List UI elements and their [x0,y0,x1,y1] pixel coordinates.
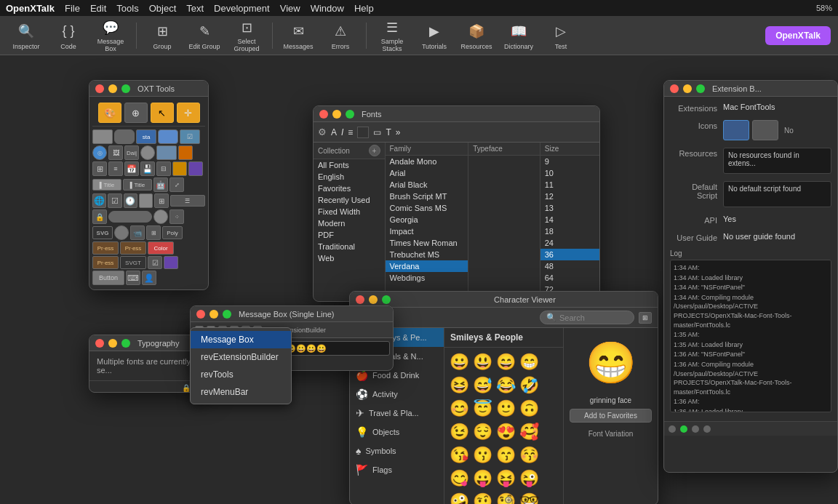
emoji-cell-25[interactable]: 🤨 [471,490,494,504]
tool-rect[interactable] [92,129,113,144]
size-10[interactable]: 10 [540,167,599,179]
tool-color[interactable]: Color [148,241,174,255]
char-category-objects[interactable]: 💡 Objects [350,423,444,441]
emoji-cell-5[interactable]: 😅 [471,374,494,397]
emoji-cell-23[interactable]: 😜 [517,467,540,490]
tool-svg[interactable]: SVG [92,226,113,239]
emoji-cell-1[interactable]: 😃 [471,351,494,374]
close-button[interactable] [95,84,104,93]
collection-recently-used[interactable]: Recently Used [314,194,385,206]
tool-video[interactable]: 📹 [130,225,145,240]
tool-orange2[interactable] [172,161,187,176]
fonts-italic-icon[interactable]: I [341,127,343,137]
family-verdana[interactable]: Verdana [386,260,468,272]
emoji-cell-10[interactable]: 🙂 [494,397,517,420]
family-trebuchet[interactable]: Trebuchet MS [386,249,468,260]
menu-text[interactable]: Text [186,3,204,14]
tool-button2[interactable]: Button [92,271,124,285]
tool-disk[interactable]: 💾 [140,161,155,176]
fonts-collection-list[interactable]: All Fonts English Favorites Recently Use… [314,159,385,301]
tool-title-bar[interactable]: ▌Title [92,179,121,191]
emoji-cell-6[interactable]: 😂 [494,374,517,397]
typography-minimize[interactable] [108,339,117,348]
char-maximize[interactable] [382,295,391,304]
toolbar-messages[interactable]: ✉ Messages [279,19,317,52]
toolbar-errors[interactable]: ⚠ Errors [322,19,359,52]
toolbar-dictionary[interactable]: 📖 Dictionary [500,19,538,52]
size-14[interactable]: 14 [540,214,599,225]
emoji-cell-16[interactable]: 😘 [447,444,471,467]
family-comic[interactable]: Comic Sans MS [386,202,468,214]
emoji-cell-15[interactable]: 🥰 [517,420,540,444]
tool-keyboard[interactable]: ⌨ [126,271,140,285]
ext-icon-box-2[interactable] [752,120,778,140]
fonts-bg-icon[interactable]: ▭ [373,127,381,137]
toolbar-code[interactable]: { } Code [49,19,87,52]
menu-file[interactable]: File [65,3,80,14]
msgbox-close[interactable] [196,310,205,319]
fonts-typeface-list[interactable] [468,156,540,300]
tool-field[interactable]: Dai| [124,145,139,160]
menu-help[interactable]: Help [354,3,374,14]
tool-oval2[interactable] [114,225,129,240]
size-9[interactable]: 9 [540,156,599,167]
family-arial[interactable]: Arial [386,167,468,179]
toolbar-test[interactable]: ▷ Test [542,19,580,52]
char-category-flags[interactable]: 🚩 Flags [350,460,444,479]
tool-line[interactable] [108,211,152,223]
fonts-format-icon[interactable]: A [331,127,337,137]
char-minimize[interactable] [369,295,378,304]
tool-title2[interactable]: ▌Title [123,179,152,191]
tool-purple[interactable] [188,161,203,176]
tool-clock[interactable]: 🕐 [124,193,137,208]
emoji-cell-7[interactable]: 🤣 [517,374,540,397]
size-36[interactable]: 36 [540,249,599,260]
size-48[interactable]: 48 [540,260,599,272]
msgbox-minimize[interactable] [210,310,218,319]
tool-menu[interactable]: ☰ [170,195,205,207]
tool-checkbox2[interactable]: ☑ [148,256,162,269]
toolbar-messagebox[interactable]: 💬 Message Box [92,19,129,52]
fonts-size-list[interactable]: 9 10 11 12 13 14 18 24 36 48 64 72 96 [540,156,599,300]
char-category-travel[interactable]: ✈ Travel & Pla... [350,404,444,423]
family-arial-black[interactable]: Arial Black [386,179,468,191]
select-tool[interactable]: ↖ [151,103,174,123]
dropdown-revmenubar[interactable]: revMenuBar [191,383,291,401]
emoji-cell-11[interactable]: 🙃 [517,397,540,420]
collection-fixed-width[interactable]: Fixed Width [314,206,385,217]
openxtalk-button[interactable]: OpenXTalk [765,26,831,45]
emoji-cell-17[interactable]: 😗 [471,444,494,467]
emoji-cell-0[interactable]: 😀 [447,351,471,374]
add-to-favorites-button[interactable]: Add to Favorites [570,409,652,423]
tool-press3[interactable]: Pr·ess [92,256,119,269]
menu-view[interactable]: View [280,3,300,14]
size-12[interactable]: 12 [540,191,599,202]
fonts-settings-icon[interactable]: ⚙ [318,127,327,137]
message-box-dropdown[interactable]: Message Box revExtensionBuilder revTools… [190,327,292,404]
tool-checkbox[interactable]: ☑ [180,129,200,144]
size-13[interactable]: 13 [540,202,599,214]
toolbar-resources[interactable]: 📦 Resources [458,19,495,52]
tool-list[interactable]: ≡ [108,161,123,176]
crosshair-tool[interactable]: ✛ [177,103,200,123]
fonts-minimize[interactable] [332,110,341,119]
tool-calendar[interactable]: 📅 [124,161,139,176]
emoji-cell-14[interactable]: 😍 [494,420,517,444]
tool-android[interactable]: 🤖 [153,177,168,192]
collection-web[interactable]: Web [314,252,385,264]
menu-window[interactable]: Window [311,3,344,14]
msgbox-maximize[interactable] [223,310,231,319]
dropdown-messagebox[interactable]: Message Box [191,331,291,348]
ext-minimize[interactable] [683,84,692,93]
tool-press[interactable]: Pr·ess [92,241,119,255]
tool-label-state[interactable]: sta [136,129,156,144]
family-impact[interactable]: Impact [386,225,468,237]
family-times[interactable]: Times New Roman [386,237,468,249]
add-tool[interactable]: ⊕ [124,103,148,123]
menu-development[interactable]: Development [214,3,270,14]
size-18[interactable]: 18 [540,225,599,237]
collection-traditional[interactable]: Traditional [314,241,385,252]
tool-image[interactable]: 🖼 [108,145,123,160]
tool-block[interactable] [139,193,153,208]
char-category-symbols[interactable]: ♠ Symbols [350,441,444,460]
